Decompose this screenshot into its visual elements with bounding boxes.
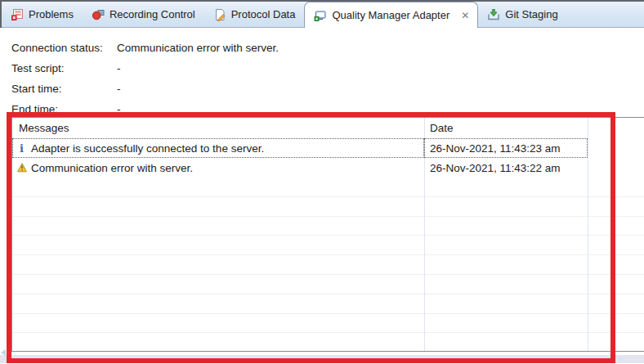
- tab-quality-manager-adapter[interactable]: Quality Manager Adapter ✕: [304, 2, 478, 28]
- status-value: -: [117, 103, 121, 115]
- message-text: Adapter is successfully connected to the…: [31, 142, 264, 155]
- status-label: Test script:: [11, 62, 117, 74]
- tab-label: Quality Manager Adapter: [332, 9, 449, 21]
- column-divider[interactable]: [588, 118, 588, 351]
- view-tab-bar: Problems Recording Control Protocol Data: [2, 2, 644, 28]
- status-row-test-script: Test script: -: [11, 58, 279, 79]
- quality-manager-adapter-icon: [314, 9, 327, 22]
- status-label: Start time:: [11, 83, 117, 95]
- problems-icon: [11, 8, 24, 21]
- column-header-messages[interactable]: Messages: [12, 122, 424, 134]
- message-date: 26-Nov-2021, 11:43:22 am: [424, 158, 588, 178]
- status-value: -: [117, 83, 121, 95]
- message-date: 26-Nov-2021, 11:43:23 am: [424, 138, 588, 158]
- message-text: Communication error with server.: [31, 162, 193, 174]
- tab-label: Problems: [29, 8, 74, 20]
- table-row[interactable]: Communication error with server. 26-Nov-…: [12, 158, 588, 178]
- table-row[interactable]: i Adapter is successfully connected to t…: [12, 138, 588, 158]
- tab-protocol-data[interactable]: Protocol Data: [204, 2, 305, 27]
- tab-label: Protocol Data: [231, 8, 296, 20]
- recording-control-icon: [92, 8, 105, 21]
- tab-problems[interactable]: Problems: [2, 2, 83, 27]
- column-header-date[interactable]: Date: [424, 122, 588, 134]
- adapter-status-panel: Connection status: Communication error w…: [11, 38, 279, 119]
- status-label: End time:: [11, 103, 117, 115]
- scroll-left-arrow-icon[interactable]: [1, 349, 6, 356]
- messages-table: Messages Date i Adapter is successfully …: [11, 117, 644, 352]
- status-label: Connection status:: [11, 42, 117, 54]
- status-row-start-time: Start time: -: [11, 79, 279, 99]
- close-icon[interactable]: ✕: [459, 11, 471, 20]
- status-row-connection: Connection status: Communication error w…: [11, 38, 279, 58]
- protocol-data-icon: [213, 8, 226, 21]
- info-icon: i: [16, 143, 27, 154]
- git-staging-icon: [487, 8, 500, 21]
- status-value: Communication error with server.: [117, 42, 279, 54]
- tab-label: Recording Control: [110, 8, 195, 20]
- tab-recording-control[interactable]: Recording Control: [83, 2, 204, 27]
- tab-git-staging[interactable]: Git Staging: [478, 2, 566, 27]
- empty-rows-grid: [12, 178, 644, 351]
- warning-icon: [16, 163, 27, 173]
- table-header: Messages Date: [12, 118, 644, 138]
- tab-label: Git Staging: [505, 8, 557, 20]
- horizontal-scrollbar[interactable]: [0, 355, 644, 363]
- status-value: -: [117, 62, 121, 74]
